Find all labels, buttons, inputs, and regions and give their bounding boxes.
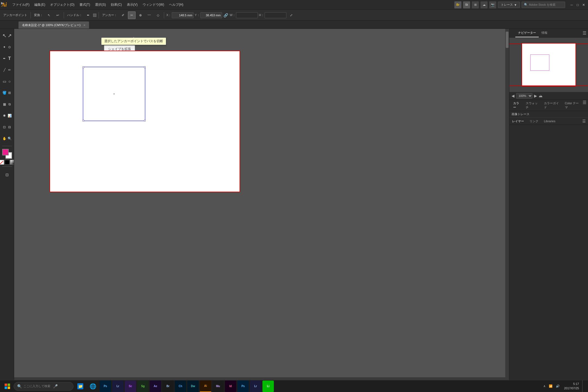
- start-button[interactable]: [2, 381, 13, 391]
- handle-square-icon[interactable]: [93, 14, 96, 17]
- zoom-increase-icon[interactable]: ▶: [534, 94, 537, 98]
- tab-color-theme[interactable]: Color テーマ: [563, 100, 583, 111]
- minimize-button[interactable]: ─: [569, 2, 574, 8]
- link-coords-icon[interactable]: 🔗: [223, 13, 229, 18]
- maximize-button[interactable]: □: [575, 2, 580, 8]
- tab-close-button[interactable]: ✕: [83, 24, 85, 27]
- mesh-tool[interactable]: ⊞: [7, 88, 12, 98]
- slice-tool[interactable]: ⊟: [7, 122, 12, 132]
- taskbar-ai-active[interactable]: Ai: [200, 381, 211, 392]
- document-tab[interactable]: 名称未設定-1* @ 100% (CMYK/プレビュー) ✕: [19, 22, 89, 29]
- vertical-scrollbar[interactable]: [505, 29, 509, 381]
- y-input[interactable]: [200, 12, 222, 18]
- menu-select[interactable]: 選択(S): [93, 1, 108, 8]
- menu-view[interactable]: 表示(V): [125, 1, 140, 8]
- panel-collapse-icon[interactable]: ▶: [1, 1, 4, 5]
- lasso-tool[interactable]: ⊙: [7, 42, 12, 52]
- menu-type[interactable]: 書式(T): [77, 1, 92, 8]
- cloud-icon[interactable]: ☁: [480, 1, 488, 8]
- menu-effect[interactable]: 効果(C): [109, 1, 124, 8]
- taskbar-br[interactable]: Br: [162, 381, 174, 392]
- zoom-decrease-icon[interactable]: ◀: [512, 94, 514, 98]
- menu-help[interactable]: ヘルプ(H): [167, 1, 186, 8]
- tab-navigator[interactable]: ナビゲーター: [515, 29, 539, 37]
- taskbar-sc[interactable]: Sc: [125, 381, 136, 392]
- black-swatch[interactable]: [5, 160, 10, 165]
- pen-tool[interactable]: ✒: [2, 53, 7, 64]
- symbol-tool[interactable]: ✱: [2, 111, 7, 121]
- handle-pen-icon[interactable]: ✒: [84, 11, 92, 19]
- selection-tool[interactable]: ↖: [2, 30, 7, 41]
- taskbar-ps2[interactable]: Ps: [237, 381, 249, 392]
- menu-window[interactable]: ウィンドウ(W): [140, 1, 166, 8]
- zoom-mountain-icon[interactable]: ⛰: [539, 94, 543, 98]
- grid-icon[interactable]: ⊞: [472, 1, 479, 8]
- gradient-tool[interactable]: ▦: [2, 99, 7, 109]
- taskbar-line[interactable]: Li: [262, 381, 274, 392]
- gradient-swatch[interactable]: [10, 160, 14, 165]
- systray-network[interactable]: 📶: [548, 384, 554, 388]
- screen-mode-button[interactable]: ⊡: [2, 169, 13, 180]
- show-desktop-button[interactable]: [582, 380, 586, 392]
- taskbar-ae[interactable]: Ae: [150, 381, 161, 392]
- magic-wand-tool[interactable]: ✦: [2, 42, 7, 52]
- blend-tool[interactable]: ⧉: [7, 99, 12, 109]
- cut-path-icon[interactable]: ✂: [128, 11, 136, 19]
- pencil-tool[interactable]: ✏: [7, 65, 12, 75]
- taskbar-sg[interactable]: Sg: [137, 381, 149, 392]
- anchor-br[interactable]: [144, 120, 146, 121]
- transform-select-icon[interactable]: ↖: [45, 11, 53, 19]
- anchor-tr[interactable]: [144, 66, 146, 68]
- tab-libraries[interactable]: Libraries: [541, 118, 558, 124]
- taskbar-dw[interactable]: Dw: [187, 381, 199, 392]
- taskbar-explorer[interactable]: 📁: [75, 381, 86, 392]
- none-swatch[interactable]: [0, 160, 4, 165]
- systray-chevron[interactable]: ∧: [542, 384, 547, 388]
- tab-layer[interactable]: レイヤー: [509, 118, 527, 125]
- type-tool[interactable]: T: [7, 53, 12, 64]
- trace-button[interactable]: トレース ▼: [498, 2, 520, 8]
- fill-swatch[interactable]: [2, 149, 9, 155]
- selected-rectangle[interactable]: [83, 67, 145, 121]
- taskbar-search-box[interactable]: 🔍 ここに入力して検索 🎤: [14, 382, 74, 391]
- canvas-area[interactable]: 選択したアンカーポイントでパスを切断 シェイプを拡張: [14, 29, 509, 381]
- zoom-tool[interactable]: 🔍: [7, 133, 12, 144]
- vertical-scrollbar-thumb[interactable]: [506, 32, 509, 48]
- transform-rotate-icon[interactable]: ↩: [54, 11, 62, 19]
- menu-file[interactable]: ファイル(F): [10, 1, 32, 8]
- panel-menu-icon[interactable]: ☰: [583, 30, 586, 36]
- taskbar-lr[interactable]: Lr: [112, 381, 124, 392]
- zoom-select[interactable]: 100%: [516, 93, 532, 99]
- close-button[interactable]: ✕: [581, 2, 586, 8]
- color-panel-menu-icon[interactable]: ☰: [583, 100, 586, 111]
- tab-link[interactable]: リンク: [527, 118, 541, 125]
- paint-bucket-tool[interactable]: 🪣: [2, 88, 7, 98]
- anchor-pen-icon[interactable]: ✐: [119, 11, 127, 19]
- line-tool[interactable]: ╱: [2, 65, 7, 75]
- layer-panel-menu-icon[interactable]: ☰: [580, 118, 588, 125]
- h-input[interactable]: [265, 12, 286, 18]
- menu-edit[interactable]: 編集(E): [32, 1, 47, 8]
- direct-selection-tool[interactable]: ↗: [7, 30, 12, 41]
- taskbar-ps[interactable]: Ps: [100, 381, 111, 392]
- resize-icon[interactable]: ⤢: [287, 11, 295, 19]
- smooth-icon[interactable]: 〰: [145, 11, 153, 19]
- ellipse-tool[interactable]: ○: [7, 76, 12, 87]
- tab-info[interactable]: 情報: [539, 29, 550, 37]
- systray-volume[interactable]: 🔊: [555, 384, 561, 388]
- column-chart-tool[interactable]: 📊: [7, 111, 12, 121]
- stock-icon[interactable]: St: [463, 1, 470, 8]
- taskbar-lr2[interactable]: Lr: [250, 381, 261, 392]
- corner-icon[interactable]: ◇: [154, 11, 162, 19]
- menu-object[interactable]: オブジェクト(O): [48, 1, 76, 8]
- taskbar-edge[interactable]: 🌐: [87, 381, 99, 392]
- x-input[interactable]: [172, 12, 194, 18]
- connect-path-icon[interactable]: ⊕: [137, 11, 144, 19]
- taskbar-ch[interactable]: Ch: [175, 381, 186, 392]
- tab-swatch[interactable]: スウォッチ: [523, 100, 542, 111]
- taskbar-mu[interactable]: Mu: [212, 381, 224, 392]
- tab-color-guide[interactable]: カラーガイド: [542, 100, 563, 111]
- camera-icon[interactable]: 📷: [489, 1, 496, 8]
- w-input[interactable]: [236, 12, 258, 18]
- tab-color[interactable]: カラー: [511, 100, 523, 111]
